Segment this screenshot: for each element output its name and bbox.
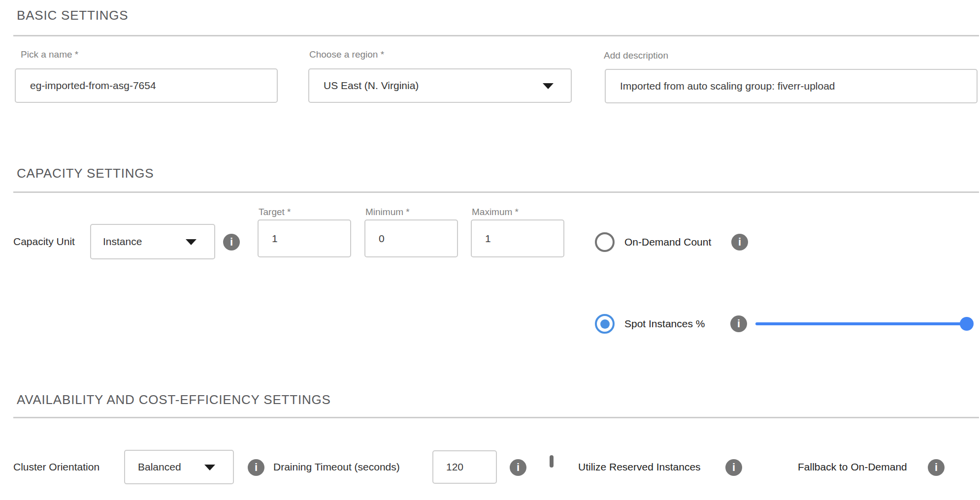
maximum-input[interactable]: [471, 219, 564, 257]
capacity-unit-label: Capacity Unit: [13, 236, 75, 248]
chevron-down-icon: [543, 83, 554, 89]
draining-timeout-label: Draining Timeout (seconds): [273, 461, 400, 473]
utilize-reserved-instances-label[interactable]: Utilize Reserved Instances: [578, 461, 701, 473]
target-field-label: Target *: [259, 207, 291, 218]
name-field-label: Pick a name *: [21, 49, 78, 60]
section-divider: [13, 191, 979, 193]
cluster-orientation-info-icon[interactable]: [248, 459, 264, 476]
on-demand-count-info-icon[interactable]: [731, 234, 748, 250]
minimum-input[interactable]: [364, 219, 458, 257]
utilize-reserved-instances-info-icon[interactable]: [725, 459, 742, 476]
description-field-label: Add description: [604, 50, 668, 61]
basic-settings-title: BASIC SETTINGS: [17, 8, 128, 23]
chevron-down-icon: [186, 239, 196, 245]
capacity-unit-info-icon[interactable]: [223, 234, 240, 250]
fallback-to-on-demand-info-icon[interactable]: [928, 459, 945, 476]
availability-settings-title: AVAILABILITY AND COST-EFFICIENCY SETTING…: [17, 392, 331, 407]
name-input[interactable]: [15, 68, 278, 103]
region-selected-value: US East (N. Virginia): [324, 80, 419, 92]
elastigroup-settings-form: BASIC SETTINGS Pick a name * Choose a re…: [0, 0, 980, 500]
capacity-settings-title: CAPACITY SETTINGS: [17, 166, 154, 181]
section-divider: [13, 417, 979, 418]
minimum-field-label: Minimum *: [365, 207, 410, 218]
draining-timeout-input[interactable]: [432, 450, 497, 484]
spot-instances-label[interactable]: Spot Instances %: [624, 318, 705, 330]
cluster-orientation-label: Cluster Orientation: [13, 461, 99, 473]
chevron-down-icon: [204, 465, 215, 470]
maximum-field-label: Maximum *: [472, 207, 519, 218]
capacity-unit-select[interactable]: Instance: [90, 224, 215, 259]
utilize-reserved-instances-checkbox[interactable]: [550, 455, 554, 468]
on-demand-count-label[interactable]: On-Demand Count: [624, 236, 711, 248]
on-demand-count-radio[interactable]: [595, 232, 615, 252]
target-input[interactable]: [258, 219, 351, 257]
cluster-orientation-select[interactable]: Balanced: [124, 450, 234, 484]
capacity-unit-selected-value: Instance: [103, 236, 142, 248]
description-input[interactable]: [605, 69, 978, 103]
cluster-orientation-selected-value: Balanced: [138, 461, 181, 473]
fallback-to-on-demand-label[interactable]: Fallback to On-Demand: [798, 461, 907, 473]
spot-percentage-slider-thumb[interactable]: [960, 317, 974, 331]
spot-instances-radio[interactable]: [595, 314, 615, 334]
region-select[interactable]: US East (N. Virginia): [308, 68, 572, 103]
region-field-label: Choose a region *: [309, 49, 384, 60]
spot-percentage-slider[interactable]: [755, 322, 968, 325]
spot-instances-info-icon[interactable]: [730, 315, 747, 332]
draining-timeout-info-icon[interactable]: [510, 459, 526, 476]
section-divider: [13, 35, 979, 36]
